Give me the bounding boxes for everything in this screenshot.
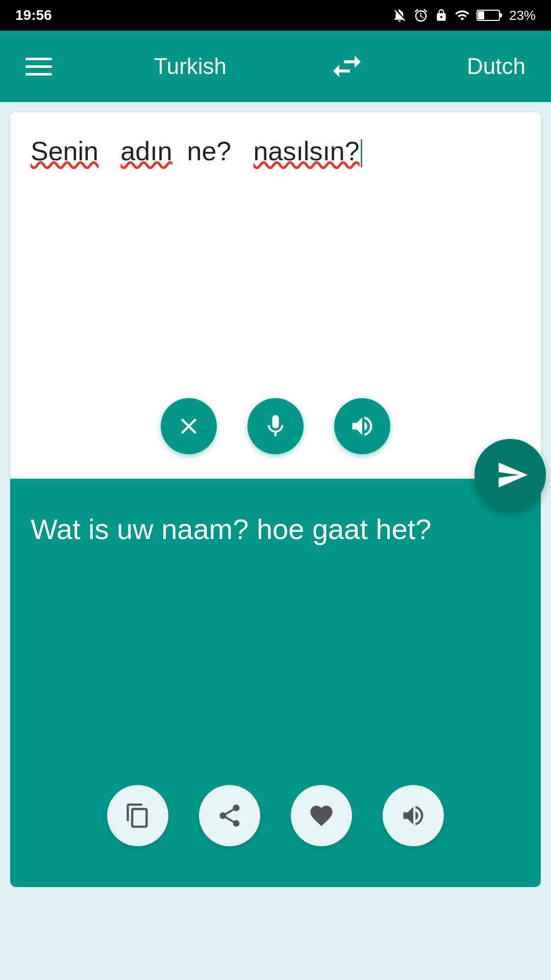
- app-header: Turkish Dutch: [0, 31, 551, 102]
- target-language[interactable]: Dutch: [467, 54, 525, 79]
- text-cursor: [361, 139, 362, 167]
- svg-rect-1: [478, 11, 484, 19]
- input-controls: [31, 388, 520, 464]
- input-text[interactable]: Senin adın ne? nasılsın?: [31, 133, 520, 388]
- share-button[interactable]: [199, 785, 260, 846]
- swap-languages-button[interactable]: [329, 48, 365, 85]
- signal-icon: [454, 8, 470, 23]
- word-senin: Senin: [31, 136, 98, 166]
- notification-muted-icon: [392, 8, 407, 23]
- clear-button[interactable]: [161, 398, 217, 454]
- share-icon: [216, 802, 243, 829]
- favorite-icon: [308, 802, 335, 829]
- output-text: Wat is uw naam? hoe gaat het?: [31, 509, 520, 549]
- speak-input-button[interactable]: [334, 398, 390, 454]
- battery-percent: 23%: [509, 8, 536, 23]
- copy-button[interactable]: [107, 785, 168, 846]
- svg-rect-2: [499, 13, 502, 17]
- status-icons: 23%: [392, 8, 536, 23]
- lock-icon: [435, 9, 448, 22]
- clear-icon: [176, 413, 202, 439]
- battery-icon: [477, 9, 503, 22]
- speaker-output-icon: [400, 802, 427, 829]
- microphone-button[interactable]: [247, 398, 304, 454]
- speaker-input-icon: [349, 413, 375, 439]
- microphone-icon: [262, 413, 289, 439]
- word-nasilsin: nasılsın?: [254, 136, 360, 166]
- favorite-button[interactable]: [291, 785, 352, 846]
- output-section: Wat is uw naam? hoe gaat het?: [10, 479, 541, 887]
- status-time: 19:56: [15, 7, 52, 23]
- output-controls: [10, 765, 541, 856]
- alarm-icon: [413, 8, 429, 23]
- translate-button[interactable]: [474, 439, 546, 510]
- input-section: Senin adın ne? nasılsın?: [10, 112, 541, 480]
- status-bar: 19:56 23%: [0, 0, 551, 31]
- copy-icon: [124, 802, 151, 829]
- word-ne: ne?: [187, 136, 231, 166]
- swap-icon: [329, 48, 365, 85]
- speak-output-button[interactable]: [383, 785, 444, 846]
- source-language[interactable]: Turkish: [154, 54, 227, 79]
- send-icon: [496, 458, 529, 492]
- menu-button[interactable]: [26, 58, 52, 76]
- word-adin: adın: [120, 136, 172, 166]
